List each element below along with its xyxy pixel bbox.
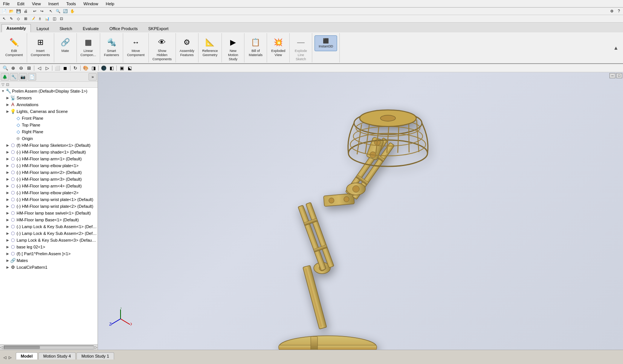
tree-origin[interactable]: ⊕ Origin: [0, 135, 98, 142]
rotate-view-btn[interactable]: ↻: [72, 65, 79, 72]
featuretree-btn[interactable]: 🌲: [1, 73, 9, 81]
expand-arm1[interactable]: ▶: [5, 157, 10, 161]
expand-mates[interactable]: ▶: [5, 258, 10, 263]
expand-shade[interactable]: ▶: [5, 150, 10, 154]
tree-root[interactable]: ▼ 🔧 Prelim Assem (Default<Display State-…: [0, 88, 98, 94]
expand-elbow1[interactable]: ▶: [5, 163, 10, 168]
tab-scroll-left[interactable]: ◁: [2, 355, 8, 359]
tree-base-swivel[interactable]: ▶ ⬡ HM-Floor lamp base swivel<1> (Defaul…: [0, 210, 98, 216]
expand-wrist1[interactable]: ▶: [5, 197, 10, 202]
tree-mates[interactable]: ▶ 🔗 Mates: [0, 257, 98, 264]
tree-pattern[interactable]: ▶ ⚙ LocalCirPattern1: [0, 264, 98, 271]
show-hidden-btn[interactable]: 👁 ShowHiddenComponents: [151, 35, 173, 62]
dim2-btn[interactable]: ⊞: [22, 16, 29, 22]
3d-sketch-btn[interactable]: ✎: [8, 16, 15, 22]
zoom-area-btn[interactable]: ⊞: [25, 65, 33, 72]
new-motion-study-btn[interactable]: ▶ NewMotionStudy: [225, 35, 241, 62]
tree-expand-root[interactable]: ▼: [1, 89, 5, 93]
tab-assembly[interactable]: Assembly: [2, 24, 31, 32]
menu-view[interactable]: View: [31, 1, 43, 7]
tab-office[interactable]: Office Products: [104, 24, 142, 32]
smart-fasteners-btn[interactable]: 🔩 SmartFasteners: [102, 35, 121, 58]
tree-base[interactable]: ▶ ⬡ HM-Floor lamp Base<1> (Default): [0, 216, 98, 223]
section-plane-btn[interactable]: ◨: [90, 65, 97, 72]
note-btn[interactable]: 📝: [29, 16, 36, 22]
win-restore-btn[interactable]: □: [616, 73, 622, 78]
tab-evaluate[interactable]: Evaluate: [78, 24, 104, 32]
section-view-btn[interactable]: ◫: [51, 16, 58, 22]
tab-layout[interactable]: Layout: [32, 24, 54, 32]
tree-sensors[interactable]: ▶ 📡 Sensors: [0, 94, 98, 101]
appearance-btn[interactable]: ◧: [108, 65, 115, 72]
tree-lamp-lock2[interactable]: ▶ ⬡ (-) Lamp Lock & Key Sub Assem<2> (De…: [0, 230, 98, 237]
display-mode-btn[interactable]: ◼: [61, 65, 69, 72]
edit-component-btn[interactable]: ✏️ EditComponent: [4, 35, 24, 58]
linear-component-btn[interactable]: ▦ LinearCompon...: [79, 35, 98, 58]
tab-model[interactable]: Model: [16, 352, 38, 359]
expand-part1[interactable]: ▶: [5, 251, 10, 256]
tree-base-leg[interactable]: ▶ ⬡ base leg 02<1>: [0, 244, 98, 250]
save-btn[interactable]: 💾: [15, 8, 22, 14]
open-btn[interactable]: 📂: [8, 8, 15, 14]
select-btn[interactable]: ↖: [47, 8, 54, 14]
tree-lights[interactable]: ▶ 💡 Lights, Cameras and Scene: [0, 108, 98, 115]
expand-wrist2[interactable]: ▶: [5, 204, 10, 209]
scroll-right-btn[interactable]: ▷: [95, 345, 98, 349]
view-orient-btn[interactable]: ⬜: [53, 65, 61, 72]
insert-components-btn[interactable]: ⊞ InsertComponents: [29, 35, 52, 58]
menu-file[interactable]: File: [2, 1, 11, 7]
configmanager-btn[interactable]: 📷: [19, 73, 27, 81]
menu-help[interactable]: Help: [104, 1, 116, 7]
options-btn[interactable]: ⚙: [608, 8, 615, 14]
tab-skp[interactable]: SKPExport: [143, 24, 173, 32]
bill-of-materials-btn[interactable]: 📋 Bill ofMaterials: [247, 35, 264, 58]
tolerance-btn[interactable]: ±: [37, 16, 43, 22]
tree-arm2[interactable]: ▶ ⬡ (-) HM-Floor lamp arm<2> (Default): [0, 169, 98, 176]
scroll-left-btn[interactable]: ◁: [0, 345, 3, 349]
tree-wrist1[interactable]: ▶ ⬡ (-) HM-Floor lamp wrist plate<1> (De…: [0, 196, 98, 203]
expand-base[interactable]: ▶: [5, 218, 10, 222]
view-type2-btn[interactable]: ⬕: [126, 65, 133, 72]
prev-view-btn[interactable]: ◁: [35, 65, 43, 72]
tree-arm3[interactable]: ▶ ⬡ (-) HM-Floor lamp arm<3> (Default): [0, 176, 98, 183]
next-view-btn[interactable]: ▷: [43, 65, 51, 72]
pan-btn[interactable]: ✋: [69, 8, 76, 14]
menu-tools[interactable]: Tools: [65, 1, 78, 7]
expand-annotations[interactable]: ▶: [5, 102, 10, 107]
mate-btn[interactable]: 🔗 Mate: [57, 35, 73, 54]
expand-skeleton[interactable]: ▶: [5, 143, 10, 148]
expand-arm2[interactable]: ▶: [5, 170, 10, 175]
expand-elbow2[interactable]: ▶: [5, 190, 10, 195]
undo-btn[interactable]: ↩: [31, 8, 38, 14]
assembly-features-btn[interactable]: ⚙ AssemblyFeatures: [178, 35, 196, 58]
expand-pattern[interactable]: ▶: [5, 265, 10, 270]
zoom-btn[interactable]: 🔍: [55, 8, 61, 14]
view-type-btn[interactable]: ▣: [118, 65, 125, 72]
tree-part1[interactable]: ▶ ⬡ (f) [ Part1^Prelim Assem ]<1>: [0, 250, 98, 257]
expand-lamp-lock2[interactable]: ▶: [5, 231, 10, 236]
expand-arm3[interactable]: ▶: [5, 177, 10, 181]
move-component-btn[interactable]: ↔ MoveComponent: [125, 35, 146, 58]
menu-insert[interactable]: Insert: [47, 1, 60, 7]
tree-shade[interactable]: ▶ ⬡ (-) HM-Floor lamp shade<1> (Default): [0, 149, 98, 155]
propertymanager-btn[interactable]: 🔧: [10, 73, 18, 81]
model-items-btn[interactable]: 📊: [44, 16, 50, 22]
tree-lamp-lock1[interactable]: ▶ ⬡ (-) Lamp Lock & Key Sub Assem<1> (De…: [0, 223, 98, 230]
arrow-btn[interactable]: ↖: [1, 16, 8, 22]
ribbon-collapse-btn[interactable]: ▲: [613, 45, 618, 51]
tab-motion-study1[interactable]: Motion Study 1: [76, 352, 114, 359]
expand-sensors[interactable]: ▶: [5, 96, 10, 100]
viewport-3d[interactable]: X Y Z: [98, 72, 623, 350]
tree-skeleton[interactable]: ▶ ⬡ (f) HM-Floor lamp Skeleton<1> (Defau…: [0, 142, 98, 149]
tab-scroll-right[interactable]: ▷: [8, 355, 13, 359]
expand-base-swivel[interactable]: ▶: [5, 211, 10, 215]
expand-lamp-lock1[interactable]: ▶: [5, 224, 10, 229]
new-btn[interactable]: 📄: [1, 8, 8, 14]
redo-btn[interactable]: ↪: [38, 8, 45, 14]
auxiliary-btn[interactable]: ⊡: [58, 16, 65, 22]
tree-front-plane[interactable]: ◇ Front Plane: [0, 115, 98, 122]
zoom-in-btn[interactable]: ⊕: [9, 65, 17, 72]
instant3d-btn[interactable]: ⬛ Instant3D: [315, 35, 337, 51]
shadows-btn[interactable]: 🌑: [100, 65, 107, 72]
tree-annotations[interactable]: ▶ A Annotations: [0, 101, 98, 108]
